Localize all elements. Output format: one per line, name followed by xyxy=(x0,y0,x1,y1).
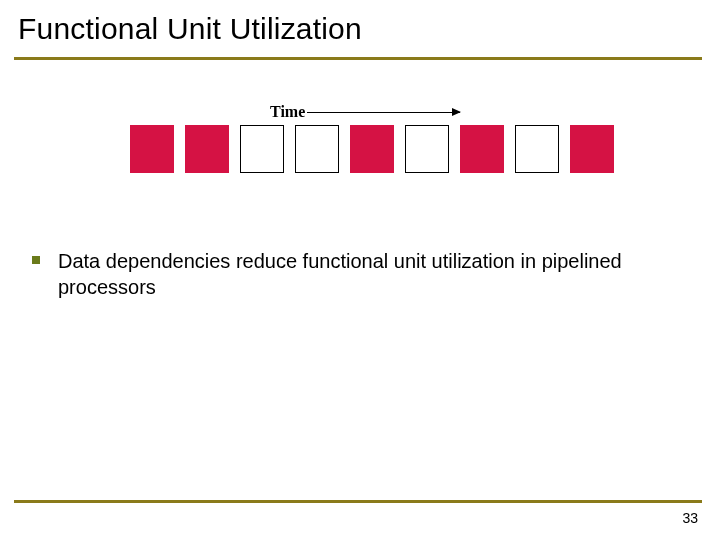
slot-box xyxy=(185,125,229,173)
slot-box xyxy=(130,125,174,173)
title-divider xyxy=(14,57,702,60)
slot-box xyxy=(405,125,449,173)
slot-box xyxy=(350,125,394,173)
slide: Functional Unit Utilization Time Data de… xyxy=(0,0,720,540)
time-axis: Time xyxy=(270,100,460,124)
slot-box xyxy=(295,125,339,173)
bullet-text: Data dependencies reduce functional unit… xyxy=(58,248,672,300)
arrow-line xyxy=(307,112,460,113)
slot-box xyxy=(515,125,559,173)
page-number: 33 xyxy=(682,510,698,526)
bullet-square-icon xyxy=(32,256,40,264)
footer-divider xyxy=(14,500,702,503)
slide-title: Functional Unit Utilization xyxy=(18,12,362,46)
slot-box xyxy=(570,125,614,173)
utilization-boxes xyxy=(130,125,614,173)
arrow-head-icon xyxy=(452,108,461,116)
slot-box xyxy=(460,125,504,173)
time-label: Time xyxy=(270,103,305,121)
bullet-item: Data dependencies reduce functional unit… xyxy=(32,248,672,300)
slot-box xyxy=(240,125,284,173)
